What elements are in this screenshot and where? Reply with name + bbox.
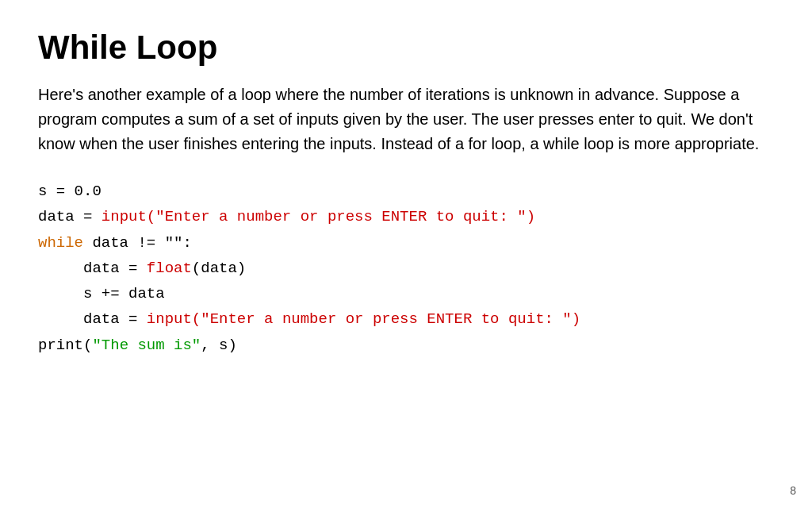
code-line-2-pre: data =	[38, 208, 102, 225]
code-line-4: data = float(data)	[38, 256, 774, 281]
code-line-3: while data != "":	[38, 230, 774, 256]
code-line-1-text: s = 0.0	[38, 183, 102, 200]
code-line-2: data = input("Enter a number or press EN…	[38, 204, 774, 229]
code-line-3-kw: while	[38, 234, 83, 252]
code-block: s = 0.0 data = input("Enter a number or …	[38, 179, 774, 358]
code-line-7: print("The sum is", s)	[38, 333, 774, 358]
code-line-6-str: ("Enter a number or press ENTER to quit:…	[192, 310, 580, 328]
code-line-6: data = input("Enter a number or press EN…	[38, 306, 774, 332]
code-line-4-indent	[38, 260, 83, 277]
code-line-6-func: input	[147, 310, 192, 328]
code-line-4-pre: data =	[83, 260, 147, 277]
page-number: 8	[790, 484, 796, 497]
slide-description: Here's another example of a loop where t…	[38, 83, 774, 156]
code-line-4-func: float	[147, 260, 192, 277]
code-line-6-indent	[38, 310, 83, 328]
code-line-5-indent	[38, 285, 83, 302]
code-line-2-str: ("Enter a number or press ENTER to quit:…	[147, 208, 535, 225]
slide-title: While Loop	[38, 29, 774, 67]
code-line-5-text: s += data	[83, 285, 165, 302]
code-line-2-func: input	[102, 208, 147, 225]
code-line-7-post: , s)	[201, 337, 237, 354]
code-line-1: s = 0.0	[38, 179, 774, 204]
slide: While Loop Here's another example of a l…	[0, 0, 812, 508]
code-line-6-pre: data =	[83, 310, 147, 328]
code-line-5: s += data	[38, 281, 774, 306]
code-line-3-rest: data != "":	[83, 234, 192, 252]
code-line-7-str: "The sum is"	[92, 337, 201, 354]
code-line-4-arg: (data)	[192, 260, 246, 277]
code-line-7-pre: print(	[38, 337, 92, 354]
